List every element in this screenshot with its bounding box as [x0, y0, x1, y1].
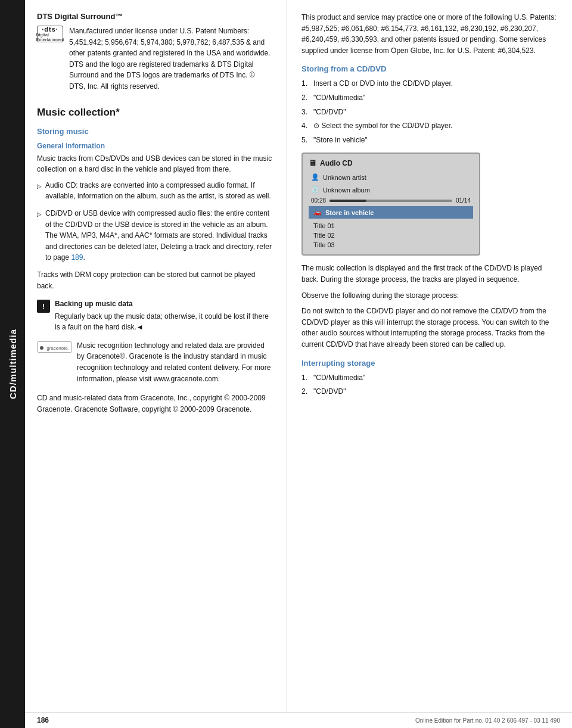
sidebar: CD/multimedia: [0, 0, 25, 728]
general-info-body: Music tracks from CDs/DVDs and USB devic…: [37, 153, 272, 175]
step-number: 3.: [301, 107, 310, 118]
list-item: 2. "CD/Multimedia": [301, 92, 558, 104]
dts-logo-main: ·dts·: [42, 26, 58, 33]
warning-title: Backing up music data: [55, 298, 272, 310]
track-row-1: Title 01: [309, 221, 473, 231]
main-content: DTS Digital Surround™ ·dts· Digital Ente…: [25, 0, 572, 728]
list-item: 5. "Store in vehicle": [301, 135, 558, 146]
step-number: 4.: [301, 120, 310, 132]
step-number: 1.: [301, 78, 310, 89]
step-text-3: "CD/DVD": [313, 107, 346, 118]
bullet-list: ▷ Audio CD: tracks are converted into a …: [37, 180, 272, 263]
music-collection-section: Music collection* Storing music General …: [37, 107, 272, 415]
interrupting-steps-list: 1. "CD/Multimedia" 2. "CD/DVD": [301, 372, 558, 397]
interrupting-section: Interrupting storage 1. "CD/Multimedia" …: [301, 359, 558, 397]
page-link[interactable]: 189: [71, 253, 83, 262]
player-progress-row: 00:28 01/14: [311, 197, 471, 204]
sidebar-label: CD/multimedia: [8, 329, 18, 399]
step-number: 5.: [301, 135, 310, 146]
dts-block: ·dts· Digital Entertainment Manufactured…: [37, 26, 272, 97]
track-row-3: Title 03: [309, 240, 473, 250]
player-time: 00:28: [311, 197, 326, 204]
gracenote-bullet: [40, 346, 43, 350]
player-mockup: 🖥 Audio CD 👤 Unknown artist 💿 Unknown al…: [301, 153, 480, 256]
storing-section: Storing from a CD/DVD 1. Insert a CD or …: [301, 64, 558, 145]
list-item: 2. "CD/DVD": [301, 386, 558, 397]
step-number: 2.: [301, 92, 310, 104]
page-number: 186: [37, 716, 49, 724]
right-column: This product and service may practice on…: [287, 0, 572, 712]
step-text-1: Insert a CD or DVD into the CD/DVD playe…: [313, 78, 453, 89]
player-artist: Unknown artist: [323, 174, 366, 181]
patents-text: This product and service may practice on…: [301, 12, 558, 56]
store-icon: 🚗: [313, 209, 322, 216]
player-album: Unknown album: [323, 186, 370, 194]
warning-text: Backing up music data Regularly back up …: [55, 298, 272, 333]
player-title-bar: 🖥 Audio CD: [309, 158, 473, 167]
page-footer: 186 Online Edition for Part no. 01 40 2 …: [25, 712, 572, 728]
warning-body: Regularly back up the music data; otherw…: [55, 312, 269, 332]
dts-logo: ·dts· Digital Entertainment: [37, 26, 63, 42]
player-track-total: 01/14: [456, 197, 471, 204]
gracenote-body: Music recognition technology and related…: [77, 340, 272, 384]
album-icon: 💿: [311, 186, 319, 194]
bullet-arrow-icon: ▷: [37, 182, 42, 191]
step-text-2: "CD/Multimedia": [313, 92, 365, 104]
music-collection-heading: Music collection*: [37, 107, 272, 119]
columns: DTS Digital Surround™ ·dts· Digital Ente…: [25, 0, 572, 712]
dts-section: DTS Digital Surround™ ·dts· Digital Ente…: [37, 12, 272, 97]
player-title: Audio CD: [320, 159, 353, 167]
track-row-2: Title 02: [309, 231, 473, 240]
player-album-row: 💿 Unknown album: [309, 185, 473, 195]
bullet-arrow-icon: ▷: [37, 210, 42, 219]
bullet-text-2: CD/DVD or USB device with compressed aud…: [45, 208, 272, 263]
after-player-text1: The music collection is displayed and th…: [301, 263, 558, 285]
dts-logo-sub: Digital Entertainment: [36, 33, 64, 42]
gracenote-logo-text: gracenote.: [46, 346, 69, 351]
interrupting-heading: Interrupting storage: [301, 359, 558, 368]
page-wrapper: CD/multimedia DTS Digital Surround™ ·dts…: [0, 0, 572, 728]
dts-heading: DTS Digital Surround™: [37, 12, 272, 21]
drm-note: Tracks with DRM copy protection can be s…: [37, 269, 272, 291]
list-item: 3. "CD/DVD": [301, 107, 558, 118]
gracenote-footer-text: CD and music-related data from Gracenote…: [37, 393, 272, 415]
interrupt-step-2: "CD/DVD": [313, 386, 346, 397]
player-artist-row: 👤 Unknown artist: [309, 172, 473, 182]
cd-icon: 🖥: [309, 158, 316, 167]
bullet-text-1: Audio CD: tracks are converted into a co…: [45, 180, 272, 202]
list-item: 1. "CD/Multimedia": [301, 372, 558, 384]
artist-icon: 👤: [311, 173, 319, 181]
store-in-vehicle-label: Store in vehicle: [325, 209, 374, 216]
step-text-5: "Store in vehicle": [313, 135, 368, 146]
list-item: ▷ CD/DVD or USB device with compressed a…: [37, 208, 272, 263]
step-text-4: ⊙ Select the symbol for the CD/DVD playe…: [313, 120, 452, 132]
after-player-text2: Observe the following during the storage…: [301, 290, 558, 301]
warning-block: ! Backing up music data Regularly back u…: [37, 297, 272, 334]
store-in-vehicle-row: 🚗 Store in vehicle: [309, 206, 473, 219]
general-info-heading: General information: [37, 142, 272, 150]
left-column: DTS Digital Surround™ ·dts· Digital Ente…: [25, 0, 287, 712]
progress-bar: [329, 200, 452, 202]
list-item: ▷ Audio CD: tracks are converted into a …: [37, 180, 272, 202]
storing-heading: Storing from a CD/DVD: [301, 64, 558, 73]
warning-icon: !: [37, 300, 50, 313]
storing-steps-list: 1. Insert a CD or DVD into the CD/DVD pl…: [301, 78, 558, 145]
interrupt-step-1: "CD/Multimedia": [313, 372, 365, 384]
list-item: 1. Insert a CD or DVD into the CD/DVD pl…: [301, 78, 558, 89]
footer-right-text: Online Edition for Part no. 01 40 2 606 …: [415, 717, 560, 724]
progress-fill: [329, 200, 366, 202]
gracenote-logo: gracenote.: [37, 341, 72, 353]
step-number: 1.: [301, 372, 310, 384]
list-item: 4. ⊙ Select the symbol for the CD/DVD pl…: [301, 120, 558, 132]
after-player-text3: Do not switch to the CD/DVD player and d…: [301, 306, 558, 350]
dts-body-text: Manufactured under license under U.S. Pa…: [69, 26, 272, 92]
gracenote-block: gracenote. Music recognition technology …: [37, 340, 272, 389]
storing-music-heading: Storing music: [37, 127, 272, 136]
step-number: 2.: [301, 386, 310, 397]
